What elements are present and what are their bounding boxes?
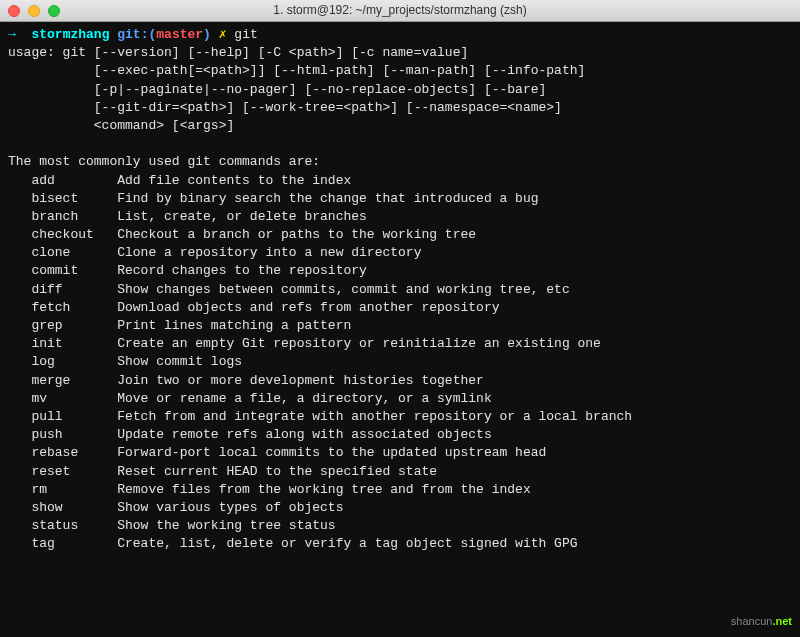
git-branch: master xyxy=(156,27,203,42)
command-row: push Update remote refs along with assoc… xyxy=(8,426,792,444)
command-row: pull Fetch from and integrate with anoth… xyxy=(8,408,792,426)
command-row: checkout Checkout a branch or paths to t… xyxy=(8,226,792,244)
command-row: merge Join two or more development histo… xyxy=(8,372,792,390)
paren-close: ) xyxy=(203,27,211,42)
command-row: commit Record changes to the repository xyxy=(8,262,792,280)
command-row: clone Clone a repository into a new dire… xyxy=(8,244,792,262)
terminal-content[interactable]: → stormzhang git:(master) ✗ git usage: g… xyxy=(0,22,800,637)
prompt-arrow-icon: → xyxy=(8,27,16,42)
usage-line: [--exec-path[=<path>]] [--html-path] [--… xyxy=(8,62,792,80)
command-row: reset Reset current HEAD to the specifie… xyxy=(8,463,792,481)
command-row: log Show commit logs xyxy=(8,353,792,371)
command-row: rebase Forward-port local commits to the… xyxy=(8,444,792,462)
command-row: rm Remove files from the working tree an… xyxy=(8,481,792,499)
command-row: bisect Find by binary search the change … xyxy=(8,190,792,208)
blank-line xyxy=(8,135,792,153)
usage-line: [--git-dir=<path>] [--work-tree=<path>] … xyxy=(8,99,792,117)
close-icon[interactable] xyxy=(8,5,20,17)
git-label: git: xyxy=(117,27,148,42)
watermark-suffix: .net xyxy=(772,615,792,627)
command-row: branch List, create, or delete branches xyxy=(8,208,792,226)
watermark: shancun.net xyxy=(731,614,792,629)
command-row: show Show various types of objects xyxy=(8,499,792,517)
watermark-text: shancun xyxy=(731,615,773,627)
usage-line: [-p|--paginate|--no-pager] [--no-replace… xyxy=(8,81,792,99)
usage-line: usage: git [--version] [--help] [-C <pat… xyxy=(8,44,792,62)
traffic-lights xyxy=(8,5,60,17)
command-row: fetch Download objects and refs from ano… xyxy=(8,299,792,317)
command-row: status Show the working tree status xyxy=(8,517,792,535)
prompt-user: stormzhang xyxy=(31,27,109,42)
command-row: init Create an empty Git repository or r… xyxy=(8,335,792,353)
command-row: grep Print lines matching a pattern xyxy=(8,317,792,335)
command-row: add Add file contents to the index xyxy=(8,172,792,190)
prompt-line: → stormzhang git:(master) ✗ git xyxy=(8,26,792,44)
usage-line: <command> [<args>] xyxy=(8,117,792,135)
command-row: mv Move or rename a file, a directory, o… xyxy=(8,390,792,408)
command-row: tag Create, list, delete or verify a tag… xyxy=(8,535,792,553)
typed-command: git xyxy=(234,27,257,42)
maximize-icon[interactable] xyxy=(48,5,60,17)
minimize-icon[interactable] xyxy=(28,5,40,17)
window-titlebar: 1. storm@192: ~/my_projects/stormzhang (… xyxy=(0,0,800,22)
window-title: 1. storm@192: ~/my_projects/stormzhang (… xyxy=(273,2,526,19)
commands-heading: The most commonly used git commands are: xyxy=(8,153,792,171)
usage-block: usage: git [--version] [--help] [-C <pat… xyxy=(8,44,792,135)
command-row: diff Show changes between commits, commi… xyxy=(8,281,792,299)
prompt-separator-icon: ✗ xyxy=(219,27,227,42)
commands-list: add Add file contents to the index bisec… xyxy=(8,172,792,554)
